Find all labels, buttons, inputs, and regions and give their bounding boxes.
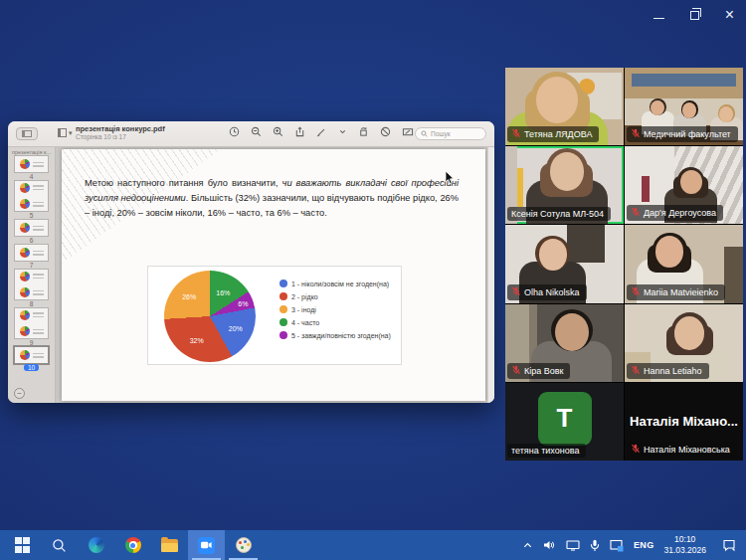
search-icon xyxy=(52,538,67,553)
thumbnail-pie xyxy=(20,223,30,233)
legend-label: 5 - завжди/повністю згоден(на) xyxy=(291,332,391,339)
search-input[interactable]: Пошук xyxy=(415,127,486,140)
thumbnail-pie xyxy=(20,287,30,297)
legend-entry: 1 - ніколи/зовсім не згоден(на) xyxy=(280,280,391,287)
clock-icon[interactable] xyxy=(229,126,240,137)
participant-tile[interactable]: Кіра Вовк xyxy=(505,304,624,382)
start-button[interactable] xyxy=(4,530,41,560)
speaker-icon[interactable] xyxy=(543,539,556,551)
mic-muted-icon xyxy=(511,365,521,377)
person-silhouette xyxy=(550,152,584,190)
sidebar-toggle-icon[interactable] xyxy=(16,127,38,140)
view-menu-icon[interactable]: ▾ xyxy=(58,128,73,137)
participant-name-label: Hanna Letiaho xyxy=(627,363,709,379)
pie-slice-label: 6% xyxy=(238,299,248,306)
page-thumbnail[interactable] xyxy=(15,347,48,363)
mic-muted-icon xyxy=(631,128,641,140)
legend-color-dot xyxy=(280,292,287,300)
windows-logo-icon xyxy=(15,537,31,553)
legend-label: 3 - іноді xyxy=(291,306,316,313)
participant-name: Тетяна ЛЯДОВА xyxy=(524,129,592,139)
thumbnail-pie xyxy=(20,326,30,336)
markup-pen-icon[interactable] xyxy=(316,126,327,137)
markup-toolbar-icon[interactable] xyxy=(402,126,414,137)
participant-tile[interactable]: Olha Nikolska xyxy=(505,225,624,302)
page-thumbnail[interactable] xyxy=(15,245,48,261)
participant-tile[interactable]: Ксенія Сотула МЛ-504 xyxy=(505,146,624,224)
participant-name: Дар'я Дергоусова xyxy=(644,208,716,218)
zoom-app-button[interactable] xyxy=(188,530,225,560)
mouse-cursor xyxy=(445,171,457,189)
thumbnail-page-number: 10 xyxy=(24,364,39,371)
participant-tile[interactable]: Тетяна ЛЯДОВА xyxy=(505,68,624,145)
thumbnail-page-number: 6 xyxy=(30,237,34,244)
thumbnail-page-number: 8 xyxy=(30,300,34,307)
input-indicator-icon[interactable] xyxy=(610,539,624,552)
edge-button[interactable] xyxy=(78,530,114,560)
thumbnail-page-number: 9 xyxy=(30,339,34,346)
page-thumbnail[interactable] xyxy=(15,270,48,299)
thumbnail-text-lines xyxy=(33,290,44,295)
pie-slice-label: 20% xyxy=(229,325,243,332)
participant-tile[interactable]: Ттетяна тихонова xyxy=(505,383,624,461)
participant-name: Наталія Міхановська xyxy=(644,445,730,455)
mic-muted-icon xyxy=(631,207,641,219)
person-silhouette xyxy=(680,170,702,195)
participant-tile[interactable]: Hanna Letiaho xyxy=(625,304,743,382)
chevron-up-icon[interactable] xyxy=(522,540,533,551)
taskbar-search-button[interactable] xyxy=(41,530,78,560)
zoom-in-icon[interactable] xyxy=(273,126,283,137)
participant-name: Olha Nikolska xyxy=(524,287,580,297)
participant-name-label: Наталія Міхановська xyxy=(627,442,737,458)
chevron-down-icon[interactable] xyxy=(338,127,347,136)
thumbnail-text-lines xyxy=(33,312,44,317)
document-title: презентація конкурс.pdf xyxy=(76,124,225,133)
chrome-button[interactable] xyxy=(114,530,151,560)
legend-color-dot xyxy=(280,331,287,339)
delete-icon[interactable] xyxy=(380,126,391,137)
legend-label: 2 - рідко xyxy=(291,293,318,300)
thumbnail-pie xyxy=(20,350,30,360)
mic-muted-icon xyxy=(511,286,521,298)
participant-name-label: Mariia Matvieienko xyxy=(627,284,725,300)
video-scene-shape xyxy=(567,225,605,263)
microphone-icon[interactable] xyxy=(590,539,600,552)
paint-app-button[interactable] xyxy=(225,530,262,560)
participant-tile[interactable]: Mariia Matvieienko xyxy=(625,225,743,302)
pdf-preview-window: ▾ презентація конкурс.pdf Сторінка 10 із… xyxy=(8,121,494,403)
minimize-icon[interactable] xyxy=(653,18,664,19)
zoom-out-icon[interactable] xyxy=(251,126,262,137)
edge-icon xyxy=(89,537,104,553)
rotate-icon[interactable] xyxy=(358,126,369,137)
sidebar-zoom-out-button[interactable]: − xyxy=(14,388,25,399)
participant-name-label: Кіра Вовк xyxy=(507,363,570,379)
participant-tile[interactable]: Дар'я Дергоусова xyxy=(625,146,743,224)
page-thumbnail[interactable] xyxy=(15,156,48,172)
thumbnail-text-lines xyxy=(33,185,44,190)
close-icon[interactable]: × xyxy=(725,8,734,22)
tray-date: 31.03.2026 xyxy=(663,545,706,556)
pie-slice-label: 16% xyxy=(216,288,230,295)
participant-tile[interactable]: Наталія Міхано...Наталія Міхановська xyxy=(625,383,743,461)
mic-muted-icon xyxy=(511,128,521,140)
language-indicator[interactable]: ENG xyxy=(634,540,653,550)
pdf-titlebar: ▾ презентація конкурс.pdf Сторінка 10 із… xyxy=(8,121,494,147)
file-explorer-button[interactable] xyxy=(151,530,188,560)
page-thumbnail[interactable] xyxy=(15,308,48,338)
page-thumbnail[interactable] xyxy=(15,181,48,211)
participant-name-label: Ксенія Сотула МЛ-504 xyxy=(507,207,611,221)
share-icon[interactable] xyxy=(294,126,305,137)
chrome-icon xyxy=(125,537,141,553)
participant-tile[interactable]: Медичний факультет xyxy=(625,68,743,145)
person-silhouette xyxy=(539,239,567,270)
thumbnail-page-number: 5 xyxy=(30,212,34,219)
legend-label: 1 - ніколи/зовсім не згоден(на) xyxy=(291,280,389,287)
restore-icon[interactable] xyxy=(690,11,699,20)
display-icon[interactable] xyxy=(566,539,580,551)
pie-chart-panel: 16%6%20%32%26% 1 - ніколи/зовсім не згод… xyxy=(147,266,402,365)
scrollbar[interactable] xyxy=(487,147,494,403)
notification-icon[interactable] xyxy=(722,539,736,552)
clock[interactable]: 10:10 31.03.2026 xyxy=(663,534,706,555)
page-thumbnail[interactable] xyxy=(15,220,48,236)
video-scene-shape xyxy=(632,74,736,87)
